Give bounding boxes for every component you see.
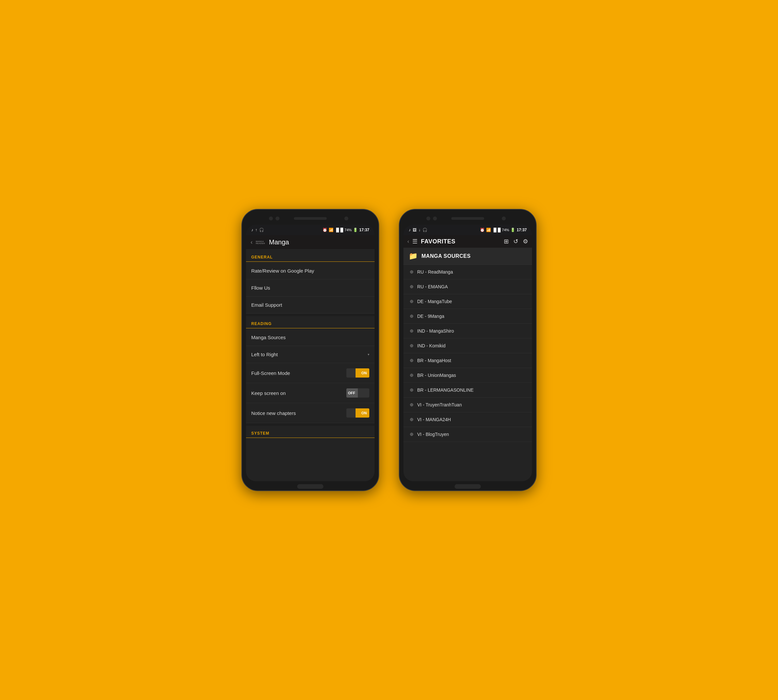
source-label: DE - 9Manga xyxy=(417,313,444,319)
favorites-phone: ♪ 🖼 ↓ 🎧 ⏰ 📶 ▐▌█ 74% 🔋 17:37 ‹ ☰ F xyxy=(399,209,536,491)
battery-icon-r: 🔋 xyxy=(510,228,515,232)
back-button[interactable]: ‹ xyxy=(251,239,253,246)
source-item-ru-emanga[interactable]: RU - EMANGA xyxy=(403,280,532,294)
full-screen-label: Full-Screen Mode xyxy=(251,370,290,376)
rate-review-label: Rate/Review on Google Play xyxy=(251,268,314,273)
camera-front-left xyxy=(345,217,348,220)
left-to-right-label: Left to Right xyxy=(251,352,278,357)
manga-sources-label: Manga Sources xyxy=(251,335,286,340)
source-label: BR - UnionMangas xyxy=(417,373,456,378)
source-label: VI - BlogTruyen xyxy=(417,432,449,437)
source-dot xyxy=(410,300,413,303)
time-display: 17:37 xyxy=(359,228,369,232)
source-label: VI - TruyenTranhTuan xyxy=(417,402,462,407)
source-dot xyxy=(410,270,413,273)
status-bar-right: ♪ 🖼 ↓ 🎧 ⏰ 📶 ▐▌█ 74% 🔋 17:37 xyxy=(403,225,532,235)
status-icons-left-r: ♪ 🖼 ↓ 🎧 xyxy=(409,228,427,232)
source-dot xyxy=(410,359,413,362)
follow-us-item[interactable]: Fllow Us xyxy=(246,280,375,297)
dropdown-arrow-icon: ▾ xyxy=(368,353,369,356)
system-section-header: SYSTEM xyxy=(246,426,375,438)
fav-back-button[interactable]: ‹ xyxy=(407,238,409,244)
source-label: RU - ReadManga xyxy=(417,269,453,275)
source-item-ind-mangashiro[interactable]: IND - MangaShiro xyxy=(403,324,532,338)
status-bar-left: ♪ ↑ 🎧 ⏰ 📶 ▐▌█ 74% 🔋 17:37 xyxy=(246,225,375,235)
full-screen-toggle-thumb: ON xyxy=(359,368,369,378)
source-dot xyxy=(410,315,413,318)
source-item-vi-blogtruyen[interactable]: VI - BlogTruyen xyxy=(403,427,532,442)
notice-chapters-toggle-thumb: ON xyxy=(359,408,369,418)
spotify-icon-r: ♪ xyxy=(409,228,411,232)
headphone-icon-r: 🎧 xyxy=(422,228,427,232)
phone-top-left xyxy=(246,213,375,223)
settings-screen: ♪ ↑ 🎧 ⏰ 📶 ▐▌█ 74% 🔋 17:37 ‹ MANGA xyxy=(246,225,375,481)
settings-phone: ♪ ↑ 🎧 ⏰ 📶 ▐▌█ 74% 🔋 17:37 ‹ MANGA xyxy=(242,209,379,491)
signal-icon-r: ▐▌█ xyxy=(492,228,501,232)
source-dot xyxy=(410,329,413,333)
notice-chapters-toggle[interactable]: ON xyxy=(347,408,369,418)
camera-dot-left-r xyxy=(426,217,430,220)
source-dot xyxy=(410,344,413,347)
notice-new-chapters-label: Notice new chapters xyxy=(251,410,296,416)
source-item-de-9manga[interactable]: DE - 9Manga xyxy=(403,309,532,324)
keep-screen-toggle[interactable]: OFF xyxy=(347,388,369,398)
manga-sources-title: MANGA SOURCES xyxy=(421,253,471,259)
hamburger-menu-icon[interactable]: ☰ xyxy=(412,238,418,245)
section-gap-2 xyxy=(246,423,375,426)
source-label: IND - MangaShiro xyxy=(417,328,454,333)
source-item-ru-readmanga[interactable]: RU - ReadManga xyxy=(403,265,532,280)
camera-dot-right-r xyxy=(433,217,437,220)
settings-app-title: Manga xyxy=(269,238,289,246)
battery-percent: 74% xyxy=(345,228,352,232)
source-item-ind-komikid[interactable]: IND - Komikid xyxy=(403,338,532,353)
email-support-item[interactable]: Email Support xyxy=(246,297,375,313)
keep-screen-toggle-thumb: OFF xyxy=(347,388,357,398)
general-section-header: GENERAL xyxy=(246,250,375,262)
keep-screen-on-label: Keep screen on xyxy=(251,390,286,396)
keep-screen-on-item[interactable]: Keep screen on OFF xyxy=(246,383,375,403)
favorites-content: 📁 MANGA SOURCES RU - ReadManga RU - EMAN… xyxy=(403,248,532,481)
favorites-app-header: ‹ ☰ FAVORITES ⊞ ↺ ⚙ xyxy=(403,235,532,248)
manga-sources-item[interactable]: Manga Sources xyxy=(246,329,375,346)
follow-us-label: Fllow Us xyxy=(251,285,270,291)
source-label: BR - LERMANGASONLINE xyxy=(417,387,474,393)
camera-front-right xyxy=(502,217,506,220)
source-item-br-mangahost[interactable]: BR - MangaHost xyxy=(403,353,532,368)
full-screen-toggle[interactable]: ON xyxy=(347,368,369,378)
status-icons-right-r: ⏰ 📶 ▐▌█ 74% 🔋 17:37 xyxy=(480,228,527,232)
source-item-vi-truyentranhtuan[interactable]: VI - TruyenTranhTuan xyxy=(403,398,532,412)
image-icon: 🖼 xyxy=(413,228,416,232)
rate-review-item[interactable]: Rate/Review on Google Play xyxy=(246,262,375,280)
source-item-vi-manga24h[interactable]: VI - MANGA24H xyxy=(403,412,532,427)
source-item-de-mangatube[interactable]: DE - MangaTube xyxy=(403,294,532,309)
spotify-icon: ♪ xyxy=(251,228,253,232)
source-dot xyxy=(410,285,413,288)
home-button-left[interactable] xyxy=(297,484,323,489)
battery-icon: 🔋 xyxy=(353,228,358,232)
grid-view-icon[interactable]: ⊞ xyxy=(504,238,509,245)
alarm-icon: ⏰ xyxy=(322,228,327,232)
source-item-br-lermangasonline[interactable]: BR - LERMANGASONLINE xyxy=(403,383,532,398)
home-button-right[interactable] xyxy=(455,484,481,489)
alarm-icon-r: ⏰ xyxy=(480,228,485,232)
manga-sources-header: 📁 MANGA SOURCES xyxy=(403,248,532,265)
refresh-icon[interactable]: ↺ xyxy=(513,238,518,245)
notice-new-chapters-item[interactable]: Notice new chapters ON xyxy=(246,403,375,423)
status-icons-left: ♪ ↑ 🎧 xyxy=(251,228,264,232)
speaker-left xyxy=(294,217,327,220)
section-gap-1 xyxy=(246,313,375,316)
source-label: BR - MangaHost xyxy=(417,358,451,363)
battery-percent-r: 74% xyxy=(502,228,509,232)
source-dot xyxy=(410,403,413,407)
source-label: DE - MangaTube xyxy=(417,299,452,304)
left-to-right-item[interactable]: Left to Right ▾ xyxy=(246,346,375,363)
settings-icon[interactable]: ⚙ xyxy=(523,238,528,245)
favorites-title: FAVORITES xyxy=(421,238,500,245)
speaker-right xyxy=(451,217,484,220)
source-dot xyxy=(410,388,413,392)
settings-content: GENERAL Rate/Review on Google Play Fllow… xyxy=(246,250,375,481)
favorites-screen: ♪ 🖼 ↓ 🎧 ⏰ 📶 ▐▌█ 74% 🔋 17:37 ‹ ☰ F xyxy=(403,225,532,481)
source-item-br-unionmangas[interactable]: BR - UnionMangas xyxy=(403,368,532,383)
full-screen-item[interactable]: Full-Screen Mode ON xyxy=(246,363,375,383)
source-dot xyxy=(410,373,413,377)
